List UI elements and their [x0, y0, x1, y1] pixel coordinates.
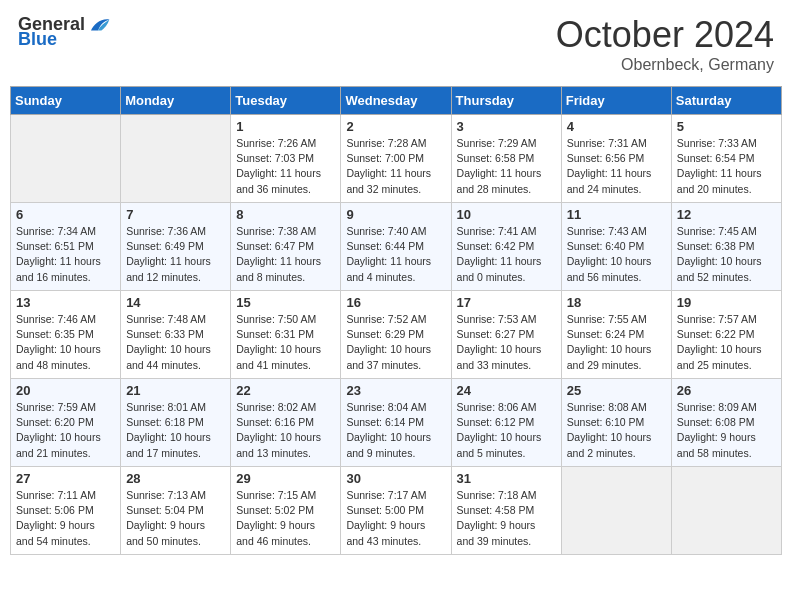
day-number: 1 [236, 119, 335, 134]
calendar-cell: 24Sunrise: 8:06 AMSunset: 6:12 PMDayligh… [451, 379, 561, 467]
day-info: Sunrise: 7:52 AMSunset: 6:29 PMDaylight:… [346, 312, 445, 373]
title-block: October 2024 Obernbeck, Germany [556, 14, 774, 74]
calendar-cell: 23Sunrise: 8:04 AMSunset: 6:14 PMDayligh… [341, 379, 451, 467]
calendar-header-row: SundayMondayTuesdayWednesdayThursdayFrid… [11, 87, 782, 115]
calendar-cell [671, 467, 781, 555]
logo-blue: Blue [18, 29, 57, 50]
day-info: Sunrise: 7:15 AMSunset: 5:02 PMDaylight:… [236, 488, 335, 549]
day-number: 7 [126, 207, 225, 222]
calendar-cell: 29Sunrise: 7:15 AMSunset: 5:02 PMDayligh… [231, 467, 341, 555]
calendar-week-row: 6Sunrise: 7:34 AMSunset: 6:51 PMDaylight… [11, 203, 782, 291]
day-number: 15 [236, 295, 335, 310]
col-header-wednesday: Wednesday [341, 87, 451, 115]
page-header: General Blue October 2024 Obernbeck, Ger… [10, 10, 782, 78]
day-info: Sunrise: 7:26 AMSunset: 7:03 PMDaylight:… [236, 136, 335, 197]
day-info: Sunrise: 7:17 AMSunset: 5:00 PMDaylight:… [346, 488, 445, 549]
day-info: Sunrise: 8:04 AMSunset: 6:14 PMDaylight:… [346, 400, 445, 461]
day-number: 4 [567, 119, 666, 134]
day-number: 3 [457, 119, 556, 134]
calendar-week-row: 27Sunrise: 7:11 AMSunset: 5:06 PMDayligh… [11, 467, 782, 555]
day-info: Sunrise: 7:13 AMSunset: 5:04 PMDaylight:… [126, 488, 225, 549]
col-header-sunday: Sunday [11, 87, 121, 115]
day-info: Sunrise: 7:34 AMSunset: 6:51 PMDaylight:… [16, 224, 115, 285]
day-number: 27 [16, 471, 115, 486]
day-info: Sunrise: 7:33 AMSunset: 6:54 PMDaylight:… [677, 136, 776, 197]
day-info: Sunrise: 7:18 AMSunset: 4:58 PMDaylight:… [457, 488, 556, 549]
col-header-monday: Monday [121, 87, 231, 115]
calendar-cell: 20Sunrise: 7:59 AMSunset: 6:20 PMDayligh… [11, 379, 121, 467]
calendar-table: SundayMondayTuesdayWednesdayThursdayFrid… [10, 86, 782, 555]
calendar-cell: 4Sunrise: 7:31 AMSunset: 6:56 PMDaylight… [561, 115, 671, 203]
day-number: 2 [346, 119, 445, 134]
calendar-cell: 12Sunrise: 7:45 AMSunset: 6:38 PMDayligh… [671, 203, 781, 291]
day-number: 10 [457, 207, 556, 222]
day-info: Sunrise: 7:29 AMSunset: 6:58 PMDaylight:… [457, 136, 556, 197]
calendar-cell: 8Sunrise: 7:38 AMSunset: 6:47 PMDaylight… [231, 203, 341, 291]
col-header-tuesday: Tuesday [231, 87, 341, 115]
day-info: Sunrise: 7:48 AMSunset: 6:33 PMDaylight:… [126, 312, 225, 373]
day-number: 26 [677, 383, 776, 398]
calendar-cell: 5Sunrise: 7:33 AMSunset: 6:54 PMDaylight… [671, 115, 781, 203]
day-info: Sunrise: 7:53 AMSunset: 6:27 PMDaylight:… [457, 312, 556, 373]
calendar-cell: 30Sunrise: 7:17 AMSunset: 5:00 PMDayligh… [341, 467, 451, 555]
day-number: 14 [126, 295, 225, 310]
day-info: Sunrise: 8:08 AMSunset: 6:10 PMDaylight:… [567, 400, 666, 461]
day-info: Sunrise: 8:02 AMSunset: 6:16 PMDaylight:… [236, 400, 335, 461]
day-info: Sunrise: 7:50 AMSunset: 6:31 PMDaylight:… [236, 312, 335, 373]
col-header-friday: Friday [561, 87, 671, 115]
calendar-cell: 3Sunrise: 7:29 AMSunset: 6:58 PMDaylight… [451, 115, 561, 203]
day-number: 18 [567, 295, 666, 310]
calendar-cell: 15Sunrise: 7:50 AMSunset: 6:31 PMDayligh… [231, 291, 341, 379]
calendar-cell: 18Sunrise: 7:55 AMSunset: 6:24 PMDayligh… [561, 291, 671, 379]
calendar-cell: 7Sunrise: 7:36 AMSunset: 6:49 PMDaylight… [121, 203, 231, 291]
calendar-cell: 31Sunrise: 7:18 AMSunset: 4:58 PMDayligh… [451, 467, 561, 555]
day-info: Sunrise: 7:36 AMSunset: 6:49 PMDaylight:… [126, 224, 225, 285]
calendar-cell: 21Sunrise: 8:01 AMSunset: 6:18 PMDayligh… [121, 379, 231, 467]
calendar-cell: 19Sunrise: 7:57 AMSunset: 6:22 PMDayligh… [671, 291, 781, 379]
day-number: 25 [567, 383, 666, 398]
calendar-cell: 10Sunrise: 7:41 AMSunset: 6:42 PMDayligh… [451, 203, 561, 291]
calendar-cell: 11Sunrise: 7:43 AMSunset: 6:40 PMDayligh… [561, 203, 671, 291]
day-number: 20 [16, 383, 115, 398]
day-number: 8 [236, 207, 335, 222]
calendar-cell: 6Sunrise: 7:34 AMSunset: 6:51 PMDaylight… [11, 203, 121, 291]
calendar-body: 1Sunrise: 7:26 AMSunset: 7:03 PMDaylight… [11, 115, 782, 555]
day-number: 22 [236, 383, 335, 398]
day-info: Sunrise: 7:57 AMSunset: 6:22 PMDaylight:… [677, 312, 776, 373]
day-info: Sunrise: 7:55 AMSunset: 6:24 PMDaylight:… [567, 312, 666, 373]
day-info: Sunrise: 7:38 AMSunset: 6:47 PMDaylight:… [236, 224, 335, 285]
col-header-thursday: Thursday [451, 87, 561, 115]
day-number: 17 [457, 295, 556, 310]
day-number: 30 [346, 471, 445, 486]
calendar-cell: 17Sunrise: 7:53 AMSunset: 6:27 PMDayligh… [451, 291, 561, 379]
calendar-cell: 9Sunrise: 7:40 AMSunset: 6:44 PMDaylight… [341, 203, 451, 291]
calendar-title: October 2024 [556, 14, 774, 56]
day-number: 28 [126, 471, 225, 486]
day-info: Sunrise: 7:31 AMSunset: 6:56 PMDaylight:… [567, 136, 666, 197]
day-info: Sunrise: 7:40 AMSunset: 6:44 PMDaylight:… [346, 224, 445, 285]
day-info: Sunrise: 7:59 AMSunset: 6:20 PMDaylight:… [16, 400, 115, 461]
day-number: 16 [346, 295, 445, 310]
calendar-cell: 28Sunrise: 7:13 AMSunset: 5:04 PMDayligh… [121, 467, 231, 555]
calendar-cell: 25Sunrise: 8:08 AMSunset: 6:10 PMDayligh… [561, 379, 671, 467]
day-info: Sunrise: 8:01 AMSunset: 6:18 PMDaylight:… [126, 400, 225, 461]
day-info: Sunrise: 7:11 AMSunset: 5:06 PMDaylight:… [16, 488, 115, 549]
day-info: Sunrise: 7:41 AMSunset: 6:42 PMDaylight:… [457, 224, 556, 285]
calendar-cell: 14Sunrise: 7:48 AMSunset: 6:33 PMDayligh… [121, 291, 231, 379]
day-number: 24 [457, 383, 556, 398]
day-info: Sunrise: 7:28 AMSunset: 7:00 PMDaylight:… [346, 136, 445, 197]
day-number: 6 [16, 207, 115, 222]
calendar-cell [11, 115, 121, 203]
calendar-week-row: 20Sunrise: 7:59 AMSunset: 6:20 PMDayligh… [11, 379, 782, 467]
day-info: Sunrise: 7:43 AMSunset: 6:40 PMDaylight:… [567, 224, 666, 285]
logo-bird-icon [87, 15, 111, 35]
day-number: 29 [236, 471, 335, 486]
calendar-cell: 27Sunrise: 7:11 AMSunset: 5:06 PMDayligh… [11, 467, 121, 555]
day-number: 13 [16, 295, 115, 310]
day-info: Sunrise: 8:09 AMSunset: 6:08 PMDaylight:… [677, 400, 776, 461]
day-info: Sunrise: 7:46 AMSunset: 6:35 PMDaylight:… [16, 312, 115, 373]
calendar-location: Obernbeck, Germany [556, 56, 774, 74]
col-header-saturday: Saturday [671, 87, 781, 115]
day-info: Sunrise: 8:06 AMSunset: 6:12 PMDaylight:… [457, 400, 556, 461]
calendar-cell: 1Sunrise: 7:26 AMSunset: 7:03 PMDaylight… [231, 115, 341, 203]
